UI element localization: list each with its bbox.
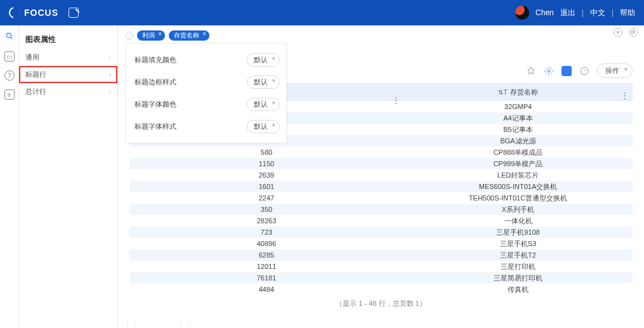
sidebar-item-label: 总计行 [25, 87, 46, 96]
cell-value: 723 [129, 228, 404, 236]
refresh-icon[interactable]: ⟳ [629, 28, 638, 37]
cell-name: 一体化机 [404, 216, 633, 226]
pin-icon[interactable] [526, 66, 536, 76]
chevron-right-icon: › [109, 88, 111, 95]
sidebar-item-label: 标题行 [25, 70, 46, 79]
option-font-color: 标题字体颜色 默认 [135, 93, 280, 115]
stack-icon[interactable]: ≡ [4, 89, 15, 100]
divider: | [612, 8, 614, 17]
chevron-right-icon: › [109, 54, 111, 61]
avatar[interactable] [515, 6, 529, 20]
cell-value: 12011 [129, 263, 404, 270]
help-rail-icon[interactable]: ? [4, 70, 15, 81]
cell-name: A4记事本 [404, 114, 633, 123]
cell-name: 传真机 [404, 285, 633, 294]
column-header-2[interactable]: ⇅T 存货名称 ⋮ [404, 88, 633, 97]
option-fill-color: 标题填充颜色 默认 [135, 49, 280, 71]
table-row[interactable]: 2247TEH500S-INT01C普通型交换机 [129, 192, 633, 204]
cell-value: 350 [129, 206, 404, 213]
cell-name: TEH500S-INT01C普通型交换机 [404, 194, 633, 203]
cell-value: 1150 [129, 160, 404, 167]
topbar: FOCUS Chen 退出 | 中文 | 帮助 [0, 0, 644, 25]
table-row[interactable]: 6285三星手机T2 [129, 249, 633, 261]
table-row[interactable]: 1601MES600S-INT01A交换机 [129, 181, 633, 192]
chip-stock-name[interactable]: 存货名称 [169, 30, 209, 41]
chevron-right-icon: › [109, 71, 111, 78]
table-row[interactable]: 28263一体化机 [129, 215, 633, 226]
cell-value: 580 [129, 148, 404, 156]
table-row[interactable]: 1150CP999单模产品 [129, 158, 633, 169]
sidebar-item-general[interactable]: 通用 › [19, 49, 117, 66]
svg-point-0 [6, 33, 11, 37]
brand-logo[interactable]: FOCUS [9, 7, 58, 18]
sort-icon: ⇅T [498, 89, 507, 96]
help-link[interactable]: 帮助 [620, 8, 635, 18]
cell-value: 4484 [129, 285, 404, 293]
chip-profit[interactable]: 利润 [137, 30, 165, 41]
cell-value: 2247 [129, 194, 404, 202]
cell-name: CP999单模产品 [404, 159, 633, 169]
sidebar-item-header-row[interactable]: 标题行 › [19, 66, 117, 83]
option-label: 标题字体样式 [135, 122, 176, 131]
option-select[interactable]: 默认 [247, 120, 280, 133]
option-label: 标题边框样式 [135, 77, 176, 87]
cell-name: 三星手机T2 [404, 251, 633, 260]
cell-name: X系列手机 [404, 205, 633, 214]
search-icon[interactable] [5, 32, 14, 43]
sidebar: 图表属性 通用 › 标题行 › 总计行 › [19, 25, 118, 328]
cell-name: MES600S-INT01A交换机 [404, 182, 633, 192]
cell-name: 32GMP4 [404, 103, 633, 110]
speed-icon[interactable] [579, 66, 589, 76]
cell-name: 三星简易打印机 [404, 273, 633, 283]
cell-name: B5记事本 [404, 125, 633, 134]
option-label: 标题字体颜色 [135, 100, 176, 109]
svg-line-1 [10, 37, 12, 39]
table-row[interactable]: 580CP888单模成品 [129, 147, 633, 158]
cell-value: 28263 [129, 217, 404, 225]
close-icon[interactable]: × [614, 28, 622, 37]
option-select[interactable]: 默认 [247, 75, 280, 89]
table-row[interactable]: 76181三星简易打印机 [129, 272, 633, 284]
cell-name: LED封装芯片 [404, 171, 633, 180]
option-font-style: 标题字体样式 默认 [135, 115, 280, 138]
table-view-icon[interactable] [562, 66, 572, 76]
sidebar-item-total-row[interactable]: 总计行 › [19, 83, 117, 100]
table-row[interactable]: 350X系列手机 [129, 204, 633, 215]
column-menu-icon[interactable]: ⋮ [621, 91, 629, 100]
cell-name: BGA滤光源 [404, 136, 633, 146]
chip-add-icon[interactable] [126, 32, 133, 39]
cell-value: 40896 [129, 240, 404, 247]
compose-icon[interactable] [69, 8, 79, 18]
table-row[interactable]: 40896三星手机S3 [129, 238, 633, 249]
divider: | [582, 8, 584, 17]
user-name[interactable]: Chen [536, 8, 554, 17]
cell-name: CP888单模成品 [404, 148, 633, 157]
sidebar-item-label: 通用 [25, 53, 39, 62]
resize-handles[interactable]: ⋮⋮⋮⋮ [124, 320, 193, 327]
cell-name: 三星手机9108 [404, 228, 633, 237]
bookmark-icon[interactable]: ▭ [4, 51, 15, 62]
operation-dropdown[interactable]: 操作 [597, 63, 633, 78]
gear-icon[interactable] [544, 66, 554, 76]
sidebar-title: 图表属性 [19, 30, 117, 49]
option-select[interactable]: 默认 [247, 53, 280, 67]
table-row[interactable]: 2639LED封装芯片 [129, 169, 633, 181]
option-border-style: 标题边框样式 默认 [135, 71, 280, 93]
brand-text: FOCUS [24, 8, 58, 18]
left-rail: ▭ ? ≡ [0, 25, 19, 328]
logout-link[interactable]: 退出 [560, 8, 575, 18]
cell-value: 1601 [129, 183, 404, 190]
option-select[interactable]: 默认 [247, 98, 280, 111]
cell-value: 2639 [129, 171, 404, 179]
table-row[interactable]: 12011三星打印机 [129, 261, 633, 272]
cell-name: 三星打印机 [404, 262, 633, 272]
lang-link[interactable]: 中文 [590, 8, 605, 18]
column-menu-icon[interactable]: ⋮ [392, 96, 400, 105]
chip-bar: 利润 存货名称 × ⟳ [118, 25, 644, 43]
option-label: 标题填充颜色 [135, 55, 176, 65]
table-row[interactable]: 4484传真机 [129, 284, 633, 295]
logo-icon [9, 7, 20, 18]
table-row[interactable]: 723三星手机9108 [129, 226, 633, 238]
svg-point-2 [548, 70, 550, 72]
cell-value: 76181 [129, 274, 404, 282]
